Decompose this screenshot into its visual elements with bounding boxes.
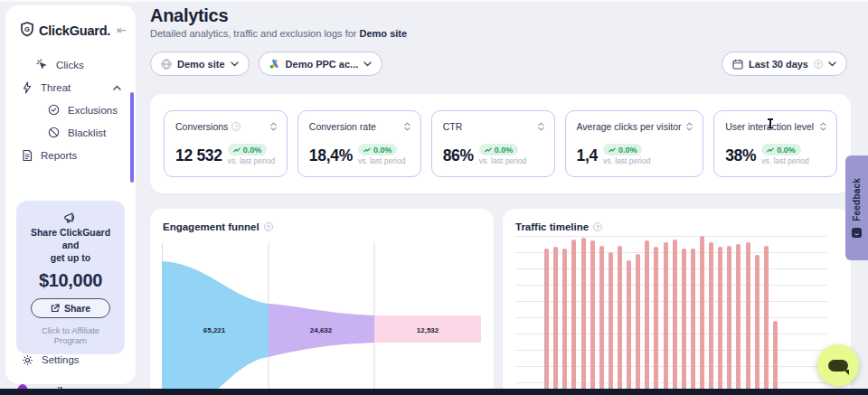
sidebar-item-label: Exclusions	[68, 105, 118, 116]
share-button[interactable]: Share	[31, 298, 110, 318]
shield-logo-icon: G	[20, 22, 34, 39]
affiliate-program-link[interactable]: Click to Affiliate Program	[25, 325, 116, 345]
page-subtitle: Detailed analytics, traffic and exclusio…	[150, 28, 407, 39]
change-badge: 0.0%	[358, 144, 398, 155]
date-range-dropdown[interactable]: Last 30 days ?	[722, 52, 847, 76]
traffic-bar	[700, 236, 704, 395]
filter-row: Demo site Demo PPC ac...	[150, 52, 382, 76]
svg-text:G: G	[24, 25, 30, 33]
kpi-period: vs. last period	[228, 156, 275, 165]
gear-icon	[22, 354, 33, 366]
feedback-label: Feedback	[852, 178, 862, 221]
traffic-bar	[764, 246, 769, 395]
kpi-period: vs. last period	[479, 156, 526, 165]
promo-amount: $10,000	[25, 270, 116, 291]
traffic-bar	[664, 242, 668, 395]
collapse-sidebar-icon[interactable]: ⇤	[117, 24, 127, 37]
kpi-label: Conversions	[175, 121, 228, 132]
traffic-bar	[673, 240, 677, 395]
change-badge: 0.0%	[761, 144, 801, 155]
funnel-value-label: 12,532	[417, 326, 439, 334]
sidebar-scrollbar-thumb[interactable]	[130, 92, 134, 183]
sort-icon[interactable]	[686, 122, 693, 131]
calendar-icon	[732, 59, 743, 70]
external-link-icon	[51, 304, 60, 313]
settings-label: Settings	[42, 354, 80, 365]
kpi-card-avg-clicks: Average clicks per visitor 1,4 0.0% vs. …	[565, 110, 704, 177]
sidebar-item-threat[interactable]: Threat	[5, 76, 136, 99]
site-filter-dropdown[interactable]: Demo site	[150, 52, 250, 76]
traffic-bar	[727, 246, 731, 395]
traffic-bar	[553, 247, 558, 395]
kpi-delta: 0.0% vs. last period	[603, 144, 650, 165]
click-icon	[36, 59, 48, 71]
chevron-down-icon	[828, 61, 836, 67]
kpi-value: 1,4	[577, 146, 598, 165]
site-filter-value: Demo site	[177, 59, 225, 70]
traffic-bar	[736, 244, 741, 395]
traffic-bar	[654, 247, 658, 395]
sidebar: G ClickGuard. ⇤ Clicks Threat Exclusions…	[5, 5, 136, 384]
feedback-tab[interactable]: Feedback	[845, 155, 868, 260]
sidebar-item-settings[interactable]: Settings	[5, 354, 136, 366]
kpi-delta: 0.0% vs. last period	[761, 144, 808, 165]
info-icon[interactable]: ?	[231, 122, 241, 131]
kpi-period: vs. last period	[603, 156, 650, 165]
traffic-bar	[645, 240, 649, 395]
kpi-card-ctr: CTR 86% 0.0% vs. last period	[431, 110, 555, 177]
traffic-bar	[636, 254, 640, 395]
trend-up-icon	[609, 147, 616, 153]
funnel-chart: 65,221 24,632 12,532	[161, 238, 481, 395]
chevron-up-icon[interactable]	[113, 85, 121, 90]
traffic-bar	[544, 249, 549, 395]
sidebar-item-clicks[interactable]: Clicks	[5, 53, 136, 76]
kpi-delta: 0.0% vs. last period	[479, 144, 526, 165]
traffic-bar	[590, 240, 595, 395]
sidebar-item-label: Blacklist	[68, 127, 106, 138]
sidebar-item-label: Clicks	[56, 60, 84, 71]
kpi-period: vs. last period	[761, 156, 808, 165]
traffic-bar	[562, 249, 567, 395]
traffic-bar	[682, 249, 686, 395]
kpi-card-user-interaction: User interaction level 38% 0.0% vs. last…	[713, 110, 837, 177]
sidebar-item-reports[interactable]: Reports	[5, 144, 136, 166]
info-icon[interactable]: ?	[593, 222, 602, 231]
google-ads-icon	[269, 59, 280, 69]
trend-up-icon	[485, 147, 492, 153]
share-button-label: Share	[64, 303, 90, 314]
change-badge: 0.0%	[479, 144, 519, 155]
sort-icon[interactable]	[270, 122, 277, 131]
traffic-timeline-card: Traffic timeline ?	[503, 209, 851, 395]
traffic-bar	[691, 249, 695, 395]
traffic-bar	[627, 260, 631, 395]
kpi-value: 86%	[443, 146, 474, 165]
sort-icon[interactable]	[538, 122, 544, 131]
traffic-bar	[709, 242, 713, 395]
sidebar-item-blacklist[interactable]: Blacklist	[5, 121, 136, 144]
kpi-card-conversions: Conversions ? 12 532 0.0% vs. last perio…	[164, 110, 288, 177]
chat-widget-button[interactable]	[817, 344, 859, 386]
subtitle-text: Detailed analytics, traffic and exclusio…	[150, 28, 360, 39]
traffic-bar	[746, 242, 750, 395]
text-cursor	[769, 118, 771, 128]
funnel-title: Engagement funnel ?	[163, 221, 494, 232]
sidebar-nav: Clicks Threat Exclusions Blacklist Repor…	[5, 53, 136, 166]
kpi-label: CTR	[443, 121, 463, 132]
info-icon: ?	[814, 60, 823, 69]
promo-text: Share ClickGuard and get up to	[25, 226, 116, 265]
kpi-value: 18,4%	[309, 146, 353, 165]
sort-icon[interactable]	[820, 122, 826, 131]
traffic-bar	[773, 321, 778, 395]
kpi-value: 38%	[725, 146, 756, 165]
sidebar-item-exclusions[interactable]: Exclusions	[5, 99, 136, 121]
sort-icon[interactable]	[404, 122, 410, 131]
info-icon[interactable]: ?	[264, 222, 273, 231]
funnel-value-label: 65,221	[203, 326, 226, 334]
funnel-value-label: 24,632	[310, 326, 333, 334]
traffic-bar	[581, 238, 586, 395]
sidebar-item-label: Threat	[41, 82, 71, 93]
megaphone-icon	[63, 212, 78, 224]
ppc-account-dropdown[interactable]: Demo PPC ac...	[259, 52, 383, 76]
traffic-bar	[718, 247, 722, 395]
top-strip	[0, 0, 868, 2]
